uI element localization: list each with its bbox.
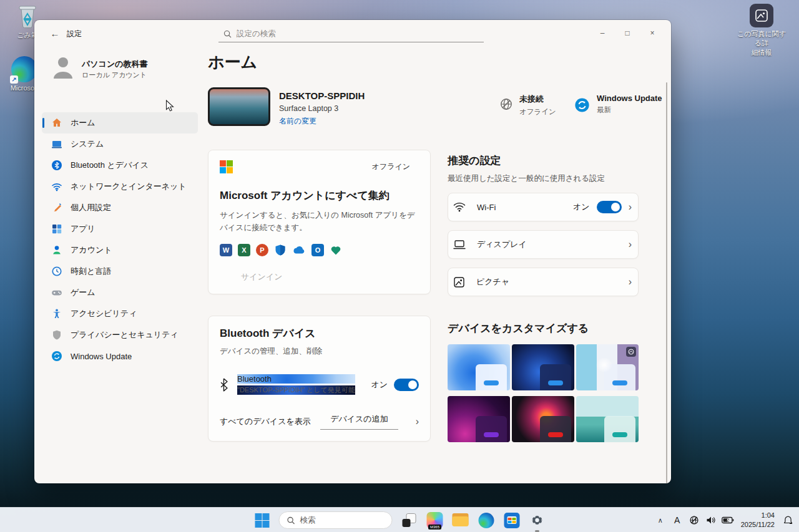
account-card-title: Microsoft アカウントにすべて集約	[220, 188, 419, 203]
task-view-icon	[403, 513, 416, 527]
sidebar-item-network[interactable]: ネットワークとインターネット	[42, 176, 198, 197]
sidebar-item-label: 個人用設定	[71, 202, 111, 213]
signin-button[interactable]: サインイン	[220, 271, 419, 283]
sidebar-item-accounts[interactable]: アカウント	[42, 239, 198, 261]
copilot-badge: M365	[428, 525, 441, 530]
windows-update-icon	[574, 97, 590, 113]
sidebar-item-label: アカウント	[71, 244, 112, 256]
microsoft-logo-icon	[220, 160, 233, 173]
mouse-cursor	[165, 100, 175, 113]
network-status[interactable]: 未接続 オフライン	[499, 94, 556, 117]
theme-thumbnail-spotlight[interactable]	[576, 344, 639, 390]
sidebar-item-windows-update[interactable]: Windows Update	[42, 346, 198, 367]
add-device-button[interactable]: デバイスの追加	[320, 414, 398, 430]
avatar	[52, 55, 74, 80]
bluetooth-glyph-icon	[220, 378, 228, 392]
sidebar-item-label: ネットワークとインターネット	[71, 181, 187, 192]
edge-button[interactable]	[478, 511, 495, 529]
theme-thumbnail-dark[interactable]	[512, 344, 574, 390]
sidebar-item-accessibility[interactable]: アクセシビリティ	[42, 303, 198, 324]
tray-network-icon[interactable]	[688, 511, 700, 529]
taskbar-search-input[interactable]: 検索	[279, 511, 393, 529]
sidebar-item-bluetooth[interactable]: Bluetooth とデバイス	[42, 155, 198, 176]
desktop-icon-spotlight[interactable]: この写真に関する詳 細情報	[737, 4, 787, 57]
chevron-right-icon: ›	[416, 416, 419, 427]
rename-link[interactable]: 名前の変更	[279, 116, 316, 127]
excel-icon: X	[238, 244, 250, 256]
clock-icon	[51, 266, 62, 277]
recommended-row-display[interactable]: ディスプレイ ›	[448, 230, 639, 259]
customize-title: デバイスをカスタマイズする	[448, 321, 639, 336]
sidebar-item-personalization[interactable]: 個人用設定	[42, 197, 198, 218]
tray-overflow-chevron[interactable]: ∧	[654, 511, 667, 529]
task-view-button[interactable]	[401, 511, 418, 529]
gear-icon	[530, 513, 545, 528]
sidebar-item-privacy[interactable]: プライバシーとセキュリティ	[42, 324, 198, 346]
theme-thumbnail-light[interactable]	[448, 344, 510, 390]
sidebar-item-label: アクセシビリティ	[71, 308, 137, 319]
theme-thumbnail-purple[interactable]	[448, 396, 510, 442]
shield-icon	[51, 329, 62, 341]
ime-indicator[interactable]: A	[671, 511, 684, 529]
theme-thumbnail-lake[interactable]	[576, 396, 639, 442]
sidebar-item-apps[interactable]: アプリ	[42, 218, 198, 239]
spotlight-picture-icon	[750, 4, 773, 27]
word-icon: W	[220, 244, 232, 256]
right-column: 推奨の設定 最近使用した設定と一般的に使用される設定 Wi-Fi オン ›	[448, 153, 639, 442]
show-all-devices-link[interactable]: すべてのデバイスを表示	[220, 416, 311, 427]
minimize-button[interactable]: –	[590, 25, 615, 41]
window-scrollbar[interactable]	[666, 82, 667, 483]
account-profile[interactable]: パソコンの教科書 ローカル アカウント	[42, 49, 205, 86]
close-button[interactable]: ×	[640, 25, 665, 41]
bluetooth-toggle[interactable]	[394, 379, 419, 391]
clock-time: 1:04	[741, 511, 775, 520]
update-status-subtitle: 最新	[597, 105, 662, 115]
taskbar: 検索 M365	[0, 507, 799, 532]
back-button[interactable]: ←	[47, 26, 63, 41]
recommended-row-pictures[interactable]: ピクチャ ›	[448, 268, 639, 296]
window-title: 設定	[67, 29, 82, 39]
settings-search-input[interactable]: 設定の検索	[218, 26, 484, 42]
bluetooth-icon	[51, 160, 62, 171]
file-explorer-button[interactable]	[452, 511, 469, 529]
start-button[interactable]	[253, 511, 271, 529]
spotlight-badge-icon	[626, 347, 636, 357]
sidebar-item-system[interactable]: システム	[42, 133, 198, 155]
wifi-toggle[interactable]	[597, 201, 622, 213]
sidebar-item-label: システム	[71, 138, 104, 150]
page-title: ホーム	[208, 51, 257, 73]
titlebar: ← 設定 設定の検索 – □ ×	[34, 20, 671, 46]
wifi-icon	[51, 181, 62, 192]
main-content: ホーム DESKTOP-SPPIDIH Surface Laptop 3 名前の…	[208, 46, 667, 483]
tray-clock[interactable]: 1:04 2025/11/22	[738, 511, 777, 529]
store-button[interactable]	[503, 511, 521, 529]
maximize-button[interactable]: □	[615, 25, 640, 41]
sidebar-item-home[interactable]: ホーム	[42, 112, 198, 133]
settings-taskbar-button[interactable]	[529, 511, 546, 529]
copilot-button[interactable]: M365	[426, 511, 444, 529]
display-icon	[453, 239, 466, 250]
defender-icon	[274, 244, 287, 256]
bluetooth-row-title: Bluetooth	[237, 374, 355, 384]
system-tray: ∧ A	[654, 508, 794, 532]
home-icon	[51, 117, 62, 128]
powerpoint-icon: P	[256, 244, 268, 256]
row-label: ディスプレイ	[477, 239, 527, 250]
desktop-icon-label: この写真に関する詳	[737, 29, 787, 48]
theme-grid	[448, 344, 639, 442]
pictures-icon	[453, 276, 465, 288]
update-status-title: Windows Update	[597, 94, 662, 103]
tray-battery-icon[interactable]	[722, 511, 734, 529]
sidebar-item-gaming[interactable]: ゲーム	[42, 282, 198, 303]
notification-bell-icon[interactable]	[782, 511, 794, 529]
device-thumbnail	[208, 87, 270, 126]
row-label: ピクチャ	[476, 276, 509, 288]
update-status[interactable]: Windows Update 最新	[574, 94, 662, 115]
sidebar-item-time-language[interactable]: 時刻と言語	[42, 261, 198, 282]
tray-volume-icon[interactable]	[705, 511, 717, 529]
taskbar-search-placeholder: 検索	[300, 515, 316, 526]
recommended-row-wifi[interactable]: Wi-Fi オン ›	[448, 193, 639, 221]
bluetooth-toggle-label: オン	[371, 379, 388, 390]
theme-thumbnail-flower[interactable]	[512, 396, 574, 442]
bluetooth-card: Bluetooth デバイス デバイスの管理、追加、削除 Bluetooth "…	[208, 316, 431, 442]
